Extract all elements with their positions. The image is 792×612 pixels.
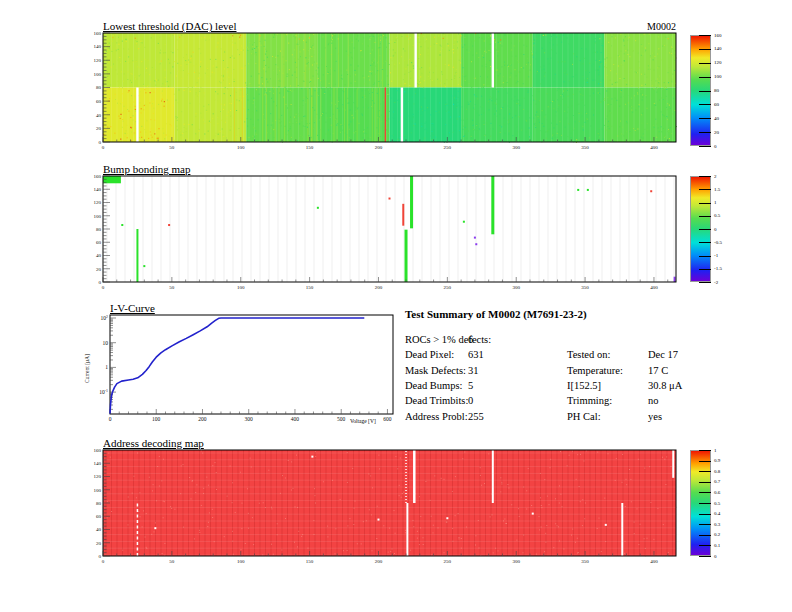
noise-dot (366, 133, 367, 134)
noise-dot (289, 122, 290, 123)
x-tick-label: 300 (512, 285, 520, 290)
noise-dot (529, 128, 530, 129)
noise-dot (180, 493, 181, 494)
noise-dot (220, 131, 221, 132)
noise-dot (135, 38, 136, 39)
noise-dot (429, 72, 430, 73)
noise-dot (395, 125, 396, 126)
noise-dot (496, 50, 497, 51)
noise-dot (177, 129, 178, 130)
noise-dot (553, 100, 554, 101)
noise-dot (644, 34, 645, 35)
noise-dot (325, 47, 326, 48)
noise-dot (374, 83, 375, 84)
noise-dot (133, 476, 134, 477)
noise-dot (298, 85, 299, 86)
noise-dot (225, 87, 226, 88)
noise-dot (227, 69, 228, 70)
noise-dot (204, 96, 205, 97)
noise-dot (109, 43, 110, 44)
noise-dot (597, 70, 598, 71)
noise-dot (143, 85, 144, 86)
noise-dot (313, 128, 314, 129)
noise-dot (106, 125, 107, 126)
noise-dot (400, 458, 401, 459)
noise-dot (130, 127, 131, 128)
noise-dot (234, 79, 235, 80)
noise-dot (537, 71, 538, 72)
y-tick-label: 80 (96, 85, 102, 90)
noise-dot (530, 64, 531, 65)
noise-dot (296, 455, 297, 456)
noise-dot (448, 45, 449, 46)
noise-dot (122, 550, 123, 551)
colorbar-tick-label: 1 (714, 448, 717, 453)
noise-dot (441, 46, 442, 47)
noise-dot (309, 123, 310, 124)
noise-dot (370, 53, 371, 54)
noise-dot (518, 100, 519, 101)
noise-dot (271, 544, 272, 545)
noise-dot (154, 133, 155, 134)
defect-dot (317, 207, 319, 209)
noise-dot (137, 66, 138, 67)
noise-dot (126, 125, 127, 126)
noise-dot (509, 108, 510, 109)
noise-dot (418, 111, 419, 112)
noise-dot (668, 82, 669, 83)
noise-dot (308, 49, 309, 50)
noise-dot (323, 74, 324, 75)
noise-dot (105, 129, 106, 130)
noise-dot (355, 501, 356, 502)
noise-dot (510, 77, 511, 78)
noise-dot (488, 86, 489, 87)
noise-dot (603, 139, 604, 140)
noise-dot (123, 81, 124, 82)
noise-dot (420, 109, 421, 110)
noise-dot (315, 90, 316, 91)
noise-dot (560, 95, 561, 96)
noise-dot (509, 119, 510, 120)
noise-dot (321, 115, 322, 116)
noise-dot (557, 99, 558, 100)
noise-dot (337, 108, 338, 109)
noise-dot (303, 116, 304, 117)
noise-dot (589, 72, 590, 73)
noise-dot (345, 133, 346, 134)
noise-dot (476, 96, 477, 97)
noise-dot (624, 60, 625, 61)
x-tick-label: 100 (152, 416, 161, 422)
noise-dot (164, 543, 165, 544)
noise-dot (453, 52, 454, 53)
noise-dot (351, 57, 352, 58)
colorbar-tick-label: 80 (714, 88, 719, 93)
noise-dot (188, 73, 189, 74)
noise-dot (546, 138, 547, 139)
noise-dot (598, 93, 599, 94)
noise-dot (490, 38, 491, 39)
noise-dot (383, 100, 384, 101)
noise-dot (667, 109, 668, 110)
noise-dot (309, 38, 310, 39)
noise-dot (438, 35, 439, 36)
noise-dot (195, 33, 196, 34)
noise-dot (394, 553, 395, 554)
x-tick-label: 200 (375, 285, 383, 290)
noise-dot (547, 120, 548, 121)
noise-dot (638, 544, 639, 545)
noise-dot (447, 43, 448, 44)
noise-dot (108, 49, 109, 50)
noise-dot (493, 50, 494, 51)
noise-dot (545, 114, 546, 115)
noise-dot (625, 71, 626, 72)
noise-dot (550, 459, 551, 460)
noise-dot (664, 45, 665, 46)
noise-dot (633, 50, 634, 51)
noise-dot (542, 48, 543, 49)
noise-dot (465, 133, 466, 134)
plot-frame (110, 315, 393, 414)
noise-dot (160, 50, 161, 51)
noise-dot (181, 34, 182, 35)
x-tick-label: 100 (237, 559, 245, 564)
noise-dot (239, 100, 240, 101)
